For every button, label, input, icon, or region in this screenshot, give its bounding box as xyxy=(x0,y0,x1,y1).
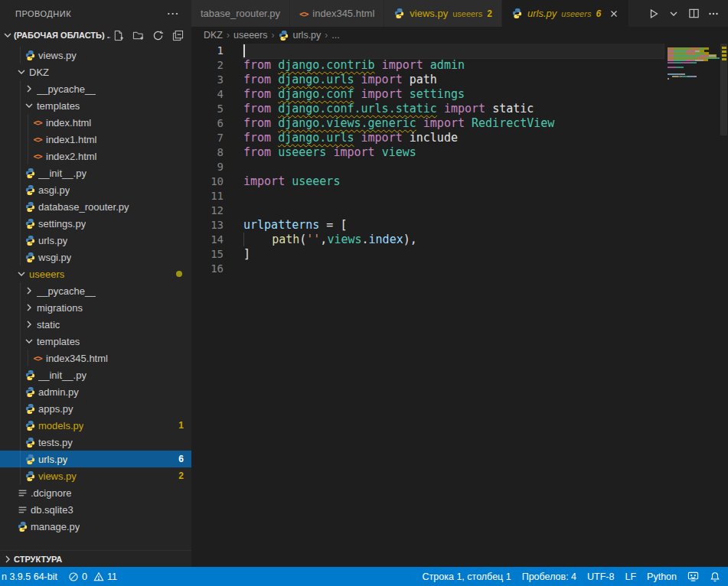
status-label: Пробелов: 4 xyxy=(522,571,576,582)
code-line-7[interactable]: 7from django.urls import include xyxy=(191,131,664,145)
code-line-8[interactable]: 8from useeers import views xyxy=(191,145,664,160)
tree-item-models.py[interactable]: models.py1 xyxy=(0,417,191,434)
code-line-14[interactable]: 14 path('',views.index), xyxy=(191,233,664,247)
workspace-section-header[interactable]: (РАБОЧАЯ ОБЛАСТЬ) ... xyxy=(0,27,191,44)
status-label: 11 xyxy=(107,571,117,582)
close-icon[interactable] xyxy=(609,8,619,19)
code-line-9[interactable]: 9 xyxy=(191,160,664,174)
tree-item-views.py[interactable]: views.py2 xyxy=(0,467,191,484)
breadcrumb-label: DKZ xyxy=(204,30,223,41)
ellipsis-icon[interactable]: ⋯ xyxy=(164,6,183,21)
line-number: 1 xyxy=(191,44,234,58)
tree-item-urls.py[interactable]: urls.py6 xyxy=(0,451,191,467)
tree-item-label: index345.html xyxy=(46,353,108,364)
scrollbar[interactable] xyxy=(720,44,728,567)
code-line-2[interactable]: 2from django.contrib import admin xyxy=(191,58,664,73)
code-token: from xyxy=(243,131,278,145)
tree-item-db.sqlite3[interactable]: db.sqlite3 xyxy=(0,501,191,518)
tab-description: useeers xyxy=(452,9,482,18)
code-line-4[interactable]: 4from django.conf import settings xyxy=(191,87,664,102)
breadcrumb-item-...[interactable]: ... xyxy=(331,30,339,41)
breadcrumb-item-useeers[interactable]: useeers xyxy=(233,30,267,41)
tree-item-templates[interactable]: templates xyxy=(0,333,191,350)
tree-item-index345.html[interactable]: <>index345.html xyxy=(0,350,191,366)
refresh-icon[interactable] xyxy=(150,28,165,43)
status-right-0[interactable]: Строка 1, столбец 1 xyxy=(423,571,511,582)
breadcrumb-separator-icon: › xyxy=(325,30,328,41)
minimap[interactable] xyxy=(664,44,720,567)
new-folder-icon[interactable] xyxy=(130,28,145,43)
status-right-1[interactable]: Пробелов: 4 xyxy=(522,571,576,582)
tab-index345.html[interactable]: <>index345.html xyxy=(290,0,384,27)
status-left-0[interactable]: n 3.9.5 64-bit xyxy=(2,571,57,582)
tree-item-views.py[interactable]: views.py xyxy=(0,47,191,63)
status-right-2[interactable]: UTF-8 xyxy=(587,571,614,582)
tree-item-__init__.py[interactable]: __init__.py xyxy=(0,164,191,181)
tree-item-static[interactable]: static xyxy=(0,316,191,333)
code-line-11[interactable]: 11 xyxy=(191,189,664,203)
status-feedback[interactable] xyxy=(687,571,699,582)
tree-item-index2.html[interactable]: <>index2.html xyxy=(0,148,191,164)
code-line-15[interactable]: 15] xyxy=(191,247,664,262)
chevron-down-icon[interactable] xyxy=(665,5,682,22)
tree-item-label: urls.py xyxy=(38,454,67,465)
tab-tabase_roouter.py[interactable]: tabase_roouter.py xyxy=(191,0,290,27)
code-token: path xyxy=(410,73,437,86)
tree-item-manage.py[interactable]: manage.py xyxy=(0,518,191,535)
tree-item-templates[interactable]: templates xyxy=(0,97,191,114)
code-line-12[interactable]: 12 xyxy=(191,203,664,218)
code-line-5[interactable]: 5from django.conf.urls.static import sta… xyxy=(191,102,664,116)
chevron-right-icon xyxy=(23,318,35,330)
line-content xyxy=(243,189,664,203)
code-line-10[interactable]: 10import useeers xyxy=(191,174,664,189)
code-line-6[interactable]: 6from django.views.generic import Redire… xyxy=(191,116,664,131)
tab-urls.py[interactable]: urls.pyuseeers6 xyxy=(502,0,629,27)
tree-item-__pycache__[interactable]: __pycache__ xyxy=(0,282,191,299)
status-label: LF xyxy=(625,571,636,582)
tree-item-__init__.py[interactable]: __init__.py xyxy=(0,366,191,383)
new-file-icon[interactable] xyxy=(110,28,126,43)
error-icon xyxy=(68,571,79,582)
tree-item-wsgi.py[interactable]: wsgi.py xyxy=(0,249,191,265)
code-token: import xyxy=(437,102,492,116)
code-line-16[interactable]: 16 xyxy=(191,262,664,276)
tree-item-label: manage.py xyxy=(31,521,80,532)
line-content xyxy=(243,44,664,58)
run-icon[interactable] xyxy=(645,5,662,22)
tree-item-urls.py[interactable]: urls.py xyxy=(0,232,191,249)
chevron-down-icon xyxy=(23,99,35,112)
outline-section-header[interactable]: СТРУКТУРА xyxy=(0,550,191,567)
tree-item-apps.py[interactable]: apps.py xyxy=(0,400,191,417)
tree-item-__pycache__[interactable]: __pycache__ xyxy=(0,80,191,97)
tree-item-label: __pycache__ xyxy=(37,285,96,297)
collapse-all-icon[interactable] xyxy=(170,28,185,43)
tree-item-asgi.py[interactable]: asgi.py xyxy=(0,181,191,198)
code-line-1[interactable]: 1 xyxy=(191,44,664,58)
tree-item-index1.html[interactable]: <>index1.html xyxy=(0,131,191,148)
tree-item-database_roouter.py[interactable]: database_roouter.py xyxy=(0,198,191,215)
tree-item-useeers[interactable]: useeers xyxy=(0,265,191,282)
breadcrumb-item-DKZ[interactable]: DKZ xyxy=(204,30,223,41)
status-bell[interactable] xyxy=(710,571,720,582)
code-editor[interactable]: 12from django.contrib import admin3from … xyxy=(191,44,728,567)
tree-item-settings.py[interactable]: settings.py xyxy=(0,215,191,232)
status-warning[interactable]: 11 xyxy=(93,571,117,582)
tab-views.py[interactable]: views.pyuseeers2 xyxy=(384,0,502,27)
status-error[interactable]: 0 xyxy=(68,571,87,582)
tree-item-.dcignore[interactable]: .dcignore xyxy=(0,484,191,501)
breadcrumb-item-urls.py[interactable]: urls.py xyxy=(278,30,321,41)
tree-item-label: __pycache__ xyxy=(37,83,96,95)
python-icon xyxy=(23,49,37,61)
tree-item-DKZ[interactable]: DKZ xyxy=(0,63,191,80)
code-line-3[interactable]: 3from django.urls import path xyxy=(191,73,664,87)
ellipsis-icon[interactable] xyxy=(705,5,722,22)
status-right-4[interactable]: Python xyxy=(647,571,677,582)
tree-item-migrations[interactable]: migrations xyxy=(0,299,191,316)
tab-label: urls.py xyxy=(527,8,557,19)
code-line-13[interactable]: 13urlpatterns = [ xyxy=(191,218,664,233)
split-editor-icon[interactable] xyxy=(685,5,702,22)
status-right-3[interactable]: LF xyxy=(625,571,636,582)
tree-item-admin.py[interactable]: admin.py xyxy=(0,383,191,400)
tree-item-tests.py[interactable]: tests.py xyxy=(0,434,191,451)
tree-item-index.html[interactable]: <>index.html xyxy=(0,114,191,131)
